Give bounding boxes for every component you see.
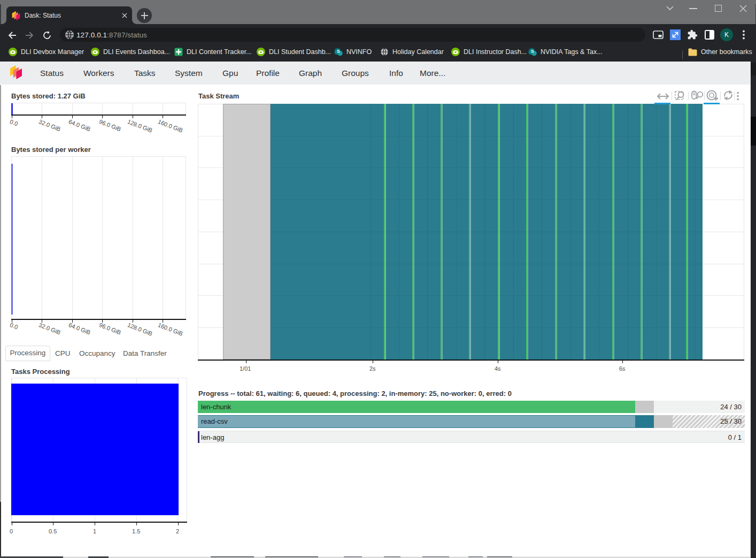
- svg-text:S: S: [337, 49, 340, 54]
- svg-text:S: S: [531, 49, 534, 54]
